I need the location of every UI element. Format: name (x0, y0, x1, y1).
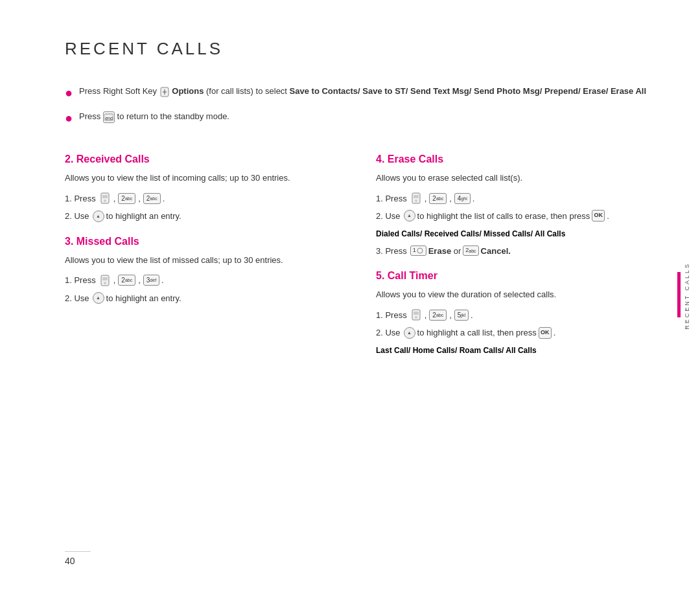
key-2abc-4: 2abc (429, 193, 447, 204)
erase-step-2-text: to highlight the list of calls to erase,… (417, 210, 590, 223)
svg-point-7 (104, 199, 106, 202)
svg-point-13 (415, 199, 417, 202)
received-step-2-label: 2. Use (65, 210, 89, 223)
bullet-text-1: Press Right Soft Key Options (for call l… (79, 85, 646, 98)
erase-step-2-label: 2. Use (376, 210, 401, 223)
bullet-item-1: ● Press Right Soft Key Options (for call… (65, 85, 648, 102)
bullet-text-2: Press end to return to the standby mode. (79, 110, 229, 123)
ok-key-1: OK (592, 210, 605, 222)
erase-step-3-label: 3. Press (376, 245, 407, 258)
phone-key-2 (99, 275, 111, 286)
received-calls-desc: Allows you to view the list of incoming … (65, 172, 337, 185)
bullet-dot-2: ● (65, 108, 73, 128)
timer-step-1-label: 1. Press (376, 309, 407, 322)
key-4ghi: 4ghi (454, 193, 471, 204)
missed-step-2-label: 2. Use (65, 292, 89, 305)
cancel-label: Cancel. (481, 245, 511, 258)
ok-key-2: OK (539, 327, 552, 339)
col-left: 2. Received Calls Allows you to view the… (65, 147, 337, 361)
col-right: 4. Erase Calls Allows you to erase selec… (376, 147, 648, 361)
received-step-2: 2. Use to highlight an entry. (65, 210, 337, 223)
section-received-calls: 2. Received Calls Allows you to view the… (65, 154, 337, 223)
missed-step-2: 2. Use to highlight an entry. (65, 292, 337, 305)
main-content: RECENT CALLS ● Press Right Soft Key Opti… (0, 0, 700, 592)
received-step-1-label: 1. Press (65, 192, 96, 205)
key-2abc-3: 2abc (118, 275, 135, 286)
side-label-container: RECENT CALLS (684, 0, 690, 592)
call-timer-heading: 5. Call Timer (376, 270, 648, 282)
erase-step-1-label: 1. Press (376, 192, 407, 205)
missed-step-1: 1. Press , 2abc , 3def . (65, 274, 337, 287)
key-2abc-6: 2abc (429, 310, 447, 321)
two-column: 2. Received Calls Allows you to view the… (65, 147, 648, 361)
missed-step-1-label: 1. Press (65, 274, 96, 287)
page: RECENT CALLS ● Press Right Soft Key Opti… (0, 0, 700, 592)
erase-calls-desc: Allows you to erase selected call list(s… (376, 172, 648, 185)
received-calls-heading: 2. Received Calls (65, 154, 337, 165)
bullet-item-2: ● Press end to return to the standby mod… (65, 110, 648, 128)
bullet-dot-1: ● (65, 83, 73, 102)
svg-rect-12 (414, 195, 419, 198)
received-step-2-text: to highlight an entry. (106, 210, 181, 223)
side-pink-bar (677, 272, 681, 317)
page-title: RECENT CALLS (65, 39, 648, 59)
softkey-icon (159, 86, 170, 98)
key-1oo: 1 (410, 245, 426, 256)
page-number: 40 (65, 551, 91, 566)
section-missed-calls: 3. Missed Calls Allows you to view the l… (65, 236, 337, 305)
key-2abc-5: 2abc (463, 245, 478, 256)
svg-point-10 (104, 282, 106, 284)
nav-key-4 (404, 327, 415, 339)
missed-calls-heading: 3. Missed Calls (65, 236, 337, 247)
timer-step-1: 1. Press , 2abc , 5jkl . (376, 309, 648, 322)
erase-label: Erase or (428, 245, 461, 258)
options-label: Options (172, 86, 204, 96)
timer-step-2-label: 2. Use (376, 326, 401, 339)
svg-point-17 (415, 316, 417, 319)
received-step-1: 1. Press , 2abc , 2abc . (65, 192, 337, 205)
key-3def: 3def (143, 275, 159, 286)
nav-key-3 (404, 210, 415, 222)
section-erase-calls: 4. Erase Calls Allows you to erase selec… (376, 154, 648, 257)
phone-key-3 (410, 192, 422, 204)
phone-key-1 (99, 192, 111, 204)
missed-step-2-text: to highlight an entry. (106, 292, 181, 305)
key-2abc-1: 2abc (118, 193, 135, 204)
missed-calls-desc: Allows you to view the list of missed ca… (65, 254, 337, 267)
svg-rect-6 (102, 195, 108, 198)
end-key-icon: end (103, 111, 115, 123)
nav-key-2 (93, 292, 104, 304)
timer-step-2-text: to highlight a call list, then press (417, 326, 537, 339)
timer-step-2: 2. Use to highlight a call list, then pr… (376, 326, 648, 339)
erase-step-1: 1. Press , 2abc , 4ghi . (376, 192, 648, 205)
svg-text:end: end (105, 116, 113, 120)
timer-note: Last Call/ Home Calls/ Roam Calls/ All C… (376, 345, 648, 356)
svg-rect-9 (102, 277, 108, 280)
erase-calls-heading: 4. Erase Calls (376, 154, 648, 165)
key-5jkl: 5jkl (454, 310, 469, 321)
bullet-section: ● Press Right Soft Key Options (for call… (65, 85, 648, 128)
options-list: Save to Contacts/ Save to ST/ Send Text … (290, 86, 646, 96)
key-2abc-2: 2abc (143, 193, 161, 204)
section-call-timer: 5. Call Timer Allows you to view the dur… (376, 270, 648, 356)
call-timer-desc: Allows you to view the duration of selec… (376, 288, 648, 301)
erase-step-2: 2. Use to highlight the list of calls to… (376, 210, 648, 223)
erase-note: Dialed Calls/ Received Calls/ Missed Cal… (376, 228, 648, 240)
erase-step-3: 3. Press 1 Erase or 2abc Cancel. (376, 245, 648, 258)
nav-key-1 (93, 211, 104, 222)
side-label-text: RECENT CALLS (684, 262, 690, 330)
phone-key-4 (410, 309, 422, 321)
svg-point-14 (417, 248, 423, 253)
svg-rect-16 (414, 312, 419, 315)
